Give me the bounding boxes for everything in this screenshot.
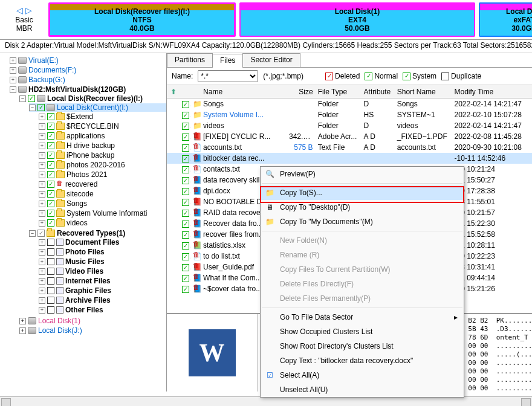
checkbox[interactable] xyxy=(182,264,189,271)
expander-icon[interactable]: + xyxy=(39,288,45,294)
menu-copy-text[interactable]: Copy Text : "bitlocker data recovery.doc… xyxy=(261,353,464,368)
tree-item[interactable]: + H drive backup xyxy=(39,141,166,150)
tree-item[interactable]: + Graphic Files xyxy=(39,286,166,295)
tree-item[interactable]: + Music Files xyxy=(39,257,166,266)
expander-icon[interactable]: + xyxy=(39,172,45,178)
checkbox[interactable] xyxy=(47,200,54,207)
expander-icon[interactable]: + xyxy=(39,307,45,314)
menu-copy-desktop[interactable]: 🖥Copy To "Desktop"(D) xyxy=(261,200,464,214)
tree-item[interactable]: + Other Files xyxy=(39,306,166,314)
expander-icon[interactable]: + xyxy=(10,57,16,64)
checkbox[interactable] xyxy=(182,188,189,195)
tree-item[interactable]: + Photos 2021 xyxy=(39,170,166,179)
tree-item[interactable]: + recovered xyxy=(39,180,166,188)
tree-item[interactable]: + iPhone backup xyxy=(39,151,166,160)
expander-icon[interactable]: + xyxy=(39,268,45,275)
tree-item[interactable]: + Document Files xyxy=(39,238,166,246)
checkbox[interactable] xyxy=(47,123,54,130)
partition-block-2[interactable]: Local Disk exFAT 30.0GB xyxy=(479,2,532,37)
expander-icon[interactable]: + xyxy=(39,191,45,198)
file-row[interactable]: 📁 videos Folder D videos 2022-02-14 14:2… xyxy=(167,120,532,131)
checkbox[interactable] xyxy=(182,123,189,130)
tree-item[interactable]: + Documents(F:) xyxy=(10,66,166,74)
checkbox[interactable] xyxy=(47,219,54,227)
horizontal-scrollbar[interactable] xyxy=(0,396,532,406)
checkbox[interactable] xyxy=(182,253,189,260)
checkbox[interactable] xyxy=(28,95,35,102)
checkbox[interactable] xyxy=(182,231,189,239)
tree-item[interactable]: − HD2:MsftVirtualDisk(120GB) xyxy=(10,85,166,94)
menu-unselect-all[interactable]: Unselect All(U) xyxy=(261,382,464,397)
partition-block-0[interactable]: Local Disk(Recover files)(I:) NTFS 40.0G… xyxy=(48,2,236,37)
tree-item[interactable]: + applications xyxy=(39,132,166,140)
filter-system[interactable]: System xyxy=(403,72,436,80)
tree-item[interactable]: + Virual(E:) xyxy=(10,56,166,65)
menu-goto-sector[interactable]: Go To File Data Sector▸ xyxy=(261,310,464,324)
nav-arrows[interactable]: ◁▷ xyxy=(16,6,32,14)
checkbox[interactable] xyxy=(47,239,54,246)
checkbox[interactable] xyxy=(47,142,54,149)
expander-icon[interactable]: + xyxy=(39,220,45,227)
tab-sector-editor[interactable]: Sector Editor xyxy=(242,53,300,67)
checkbox[interactable] xyxy=(47,171,54,178)
checkbox[interactable] xyxy=(182,166,189,173)
expander-icon[interactable]: + xyxy=(39,123,45,130)
tree-item[interactable]: − Local Disk(Recover files)(I:) xyxy=(19,94,166,103)
expander-icon[interactable]: + xyxy=(39,278,45,285)
checkbox[interactable] xyxy=(182,101,189,108)
expander-icon[interactable]: + xyxy=(39,201,45,207)
checkbox[interactable] xyxy=(47,268,54,275)
tree-item[interactable]: − Local Disk(Current)(I:) xyxy=(29,103,166,112)
tab-bar[interactable]: Partitions Files Sector Editor xyxy=(167,53,532,68)
checkbox[interactable] xyxy=(47,258,54,265)
tree-item[interactable]: + Archive Files xyxy=(39,296,166,304)
menu-copy-mydocs[interactable]: 📁Copy To "My Documents"(M) xyxy=(261,214,464,229)
checkbox[interactable] xyxy=(182,199,189,206)
tree-item[interactable]: + $RECYCLE.BIN xyxy=(39,122,166,130)
expander-icon[interactable]: + xyxy=(39,114,45,120)
expander-icon[interactable]: + xyxy=(10,67,16,74)
tree-item[interactable]: − Recovered Types(1) xyxy=(29,229,166,237)
expander-icon[interactable]: + xyxy=(39,162,45,169)
checkbox[interactable] xyxy=(47,190,54,198)
file-row[interactable]: 📁 System Volume I... Folder HS SYSTEM~1 … xyxy=(167,109,532,120)
checkbox[interactable] xyxy=(182,275,189,282)
menu-show-root[interactable]: Show Root Directory's Clusters List xyxy=(261,339,464,353)
filter-normal[interactable]: Normal xyxy=(365,72,398,80)
tree-item[interactable]: + Local Disk(J:) xyxy=(19,326,166,335)
checkbox[interactable] xyxy=(182,144,189,152)
tab-partitions[interactable]: Partitions xyxy=(167,53,213,67)
menu-show-occupied[interactable]: Show Occupied Clusters List xyxy=(261,324,464,339)
tree-item[interactable]: + videos xyxy=(39,219,166,227)
menu-preview[interactable]: 🔍Preview(P) xyxy=(261,167,464,181)
checkbox[interactable] xyxy=(47,152,54,159)
expander-icon[interactable]: + xyxy=(19,318,26,324)
file-row[interactable]: 📁 Songs Folder D Songs 2022-02-14 14:21:… xyxy=(167,98,532,109)
checkbox[interactable] xyxy=(47,248,54,256)
checkbox[interactable] xyxy=(182,221,189,228)
tree-item[interactable]: + sitecode xyxy=(39,190,166,198)
context-menu[interactable]: 🔍Preview(P) 📁Copy To(S)... 🖥Copy To "Des… xyxy=(260,166,464,398)
checkbox[interactable] xyxy=(47,297,54,304)
tree-item[interactable]: + Backup(G:) xyxy=(10,76,166,84)
checkbox[interactable] xyxy=(47,210,54,217)
checkbox[interactable] xyxy=(182,210,189,217)
checkbox[interactable] xyxy=(47,113,54,120)
file-list-header[interactable]: ⬆ Name Size File Type Attribute Short Na… xyxy=(167,85,532,98)
expander-icon[interactable]: − xyxy=(19,95,26,102)
expander-icon[interactable]: + xyxy=(19,327,26,334)
tree-item[interactable]: + Songs xyxy=(39,199,166,208)
checkbox[interactable] xyxy=(47,277,54,285)
expander-icon[interactable]: + xyxy=(39,239,45,246)
menu-copy-to[interactable]: 📁Copy To(S)... xyxy=(261,185,464,200)
checkbox[interactable] xyxy=(182,112,189,119)
expander-icon[interactable]: + xyxy=(39,259,45,265)
tree-item[interactable]: + photos 2020-2016 xyxy=(39,161,166,169)
expander-icon[interactable]: + xyxy=(39,181,45,188)
checkbox[interactable] xyxy=(47,181,54,188)
expander-icon[interactable]: + xyxy=(39,143,45,149)
expander-icon[interactable]: + xyxy=(39,133,45,140)
expander-icon[interactable]: + xyxy=(39,210,45,217)
file-row[interactable]: 📕 [FIXED] CYCLIC R... 342.4... Adobe Acr… xyxy=(167,131,532,142)
expander-icon[interactable]: − xyxy=(10,86,16,93)
